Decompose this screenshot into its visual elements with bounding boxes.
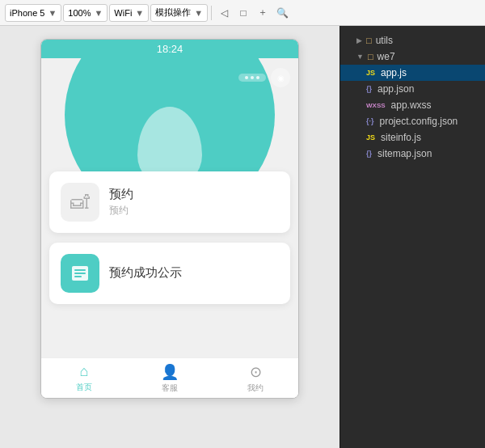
appointment-card-title: 预约 — [109, 187, 279, 202]
phone-content: ◉ 🛋 预约 预约 — [41, 58, 298, 398]
dot1 — [245, 76, 248, 79]
sitemap-json-badge: {} — [366, 150, 372, 158]
zoom-select[interactable]: 100% ▼ — [63, 4, 108, 22]
main-area: 18:24 ◉ — [0, 26, 485, 448]
app-js-label: app.js — [381, 67, 407, 78]
dots-button[interactable] — [238, 74, 266, 82]
dot3 — [256, 76, 259, 79]
phone-time: 18:24 — [157, 43, 183, 55]
toolbar-search-btn[interactable]: 🔍 — [273, 4, 291, 22]
zoom-label: 100% — [68, 8, 91, 18]
we7-expand-arrow: ▼ — [356, 53, 364, 61]
cards-area: 🛋 预约 预约 — [49, 171, 290, 314]
phone-frame: 18:24 ◉ — [40, 39, 299, 399]
toolbar-stop-btn[interactable]: □ — [234, 4, 252, 22]
service-icon: 👤 — [161, 363, 179, 381]
dot2 — [251, 76, 254, 79]
siteinfo-js-label: siteinfo.js — [381, 132, 421, 143]
announcement-card-title: 预约成功公示 — [109, 265, 279, 281]
file-sitemap-json[interactable]: {} sitemap.json — [340, 146, 485, 162]
toolbar-divider — [211, 6, 212, 20]
myappointment-icon: ⊙ — [250, 363, 262, 381]
toolbar-add-btn[interactable]: ＋ — [254, 4, 272, 22]
mode-select[interactable]: 模拟操作 ▼ — [150, 4, 208, 22]
appointment-card-icon: 🛋 — [61, 183, 99, 222]
network-select[interactable]: WiFi ▼ — [109, 4, 149, 22]
wxss-badge: WXSS — [366, 102, 386, 109]
file-app-wxss[interactable]: WXSS app.wxss — [340, 97, 485, 113]
file-project-config[interactable]: {·} project.config.json — [340, 113, 485, 129]
json-badge: {} — [366, 85, 372, 93]
siteinfo-js-badge: JS — [366, 133, 375, 142]
phone-area: 18:24 ◉ — [0, 26, 340, 448]
we7-folder-label: we7 — [377, 51, 395, 62]
myappointment-label: 我约 — [247, 382, 264, 394]
app-json-label: app.json — [377, 83, 414, 95]
device-select[interactable]: iPhone 5 ▼ — [5, 4, 61, 22]
utils-expand-arrow: ▶ — [356, 36, 362, 44]
sitemap-json-label: sitemap.json — [377, 148, 432, 159]
network-label: WiFi — [114, 8, 132, 18]
service-label: 客服 — [162, 382, 178, 394]
network-dropdown-arrow: ▼ — [135, 8, 144, 18]
appointment-card-text: 预约 预约 — [109, 187, 279, 218]
zoom-dropdown-arrow: ▼ — [94, 8, 103, 18]
nav-service[interactable]: 👤 客服 — [127, 358, 213, 398]
nav-home[interactable]: ⌂ 首页 — [41, 358, 127, 398]
device-dropdown-arrow: ▼ — [48, 8, 57, 18]
utils-folder-label: utils — [376, 35, 393, 46]
file-panel: ▶ □ utils ▼ □ we7 JS app.js {} app.json … — [340, 26, 485, 448]
nav-myappointment[interactable]: ⊙ 我约 — [213, 358, 298, 398]
file-siteinfo-js[interactable]: JS siteinfo.js — [340, 129, 485, 146]
js-badge: JS — [366, 69, 375, 77]
toolbar-back-btn[interactable]: ◁ — [215, 4, 233, 22]
device-label: iPhone 5 — [10, 8, 44, 18]
app-wxss-label: app.wxss — [391, 99, 432, 111]
config-badge: {·} — [366, 117, 374, 125]
header-controls: ◉ — [238, 68, 290, 87]
file-app-json[interactable]: {} app.json — [340, 81, 485, 97]
toolbar: iPhone 5 ▼ 100% ▼ WiFi ▼ 模拟操作 ▼ ◁ □ ＋ 🔍 — [0, 0, 485, 26]
phone-nav: ⌂ 首页 👤 客服 ⊙ 我约 — [41, 357, 298, 398]
appointment-card-subtitle: 预约 — [109, 204, 279, 218]
project-config-label: project.config.json — [380, 116, 458, 127]
phone-status-bar: 18:24 — [41, 40, 298, 58]
appointment-card[interactable]: 🛋 预约 预约 — [49, 171, 290, 233]
home-icon: ⌂ — [80, 363, 89, 380]
utils-folder-icon: □ — [366, 36, 372, 45]
folder-we7[interactable]: ▼ □ we7 — [340, 49, 485, 65]
we7-folder-icon: □ — [368, 52, 373, 61]
announcement-card-icon — [61, 254, 99, 293]
home-label: 首页 — [76, 382, 92, 393]
file-app-js[interactable]: JS app.js — [340, 65, 485, 81]
announcement-card-text: 预约成功公示 — [109, 265, 279, 282]
mode-label: 模拟操作 — [155, 6, 191, 19]
circle-button[interactable]: ◉ — [271, 68, 290, 87]
mode-dropdown-arrow: ▼ — [194, 8, 203, 18]
announcement-card[interactable]: 预约成功公示 — [49, 243, 290, 304]
folder-utils[interactable]: ▶ □ utils — [340, 32, 485, 49]
